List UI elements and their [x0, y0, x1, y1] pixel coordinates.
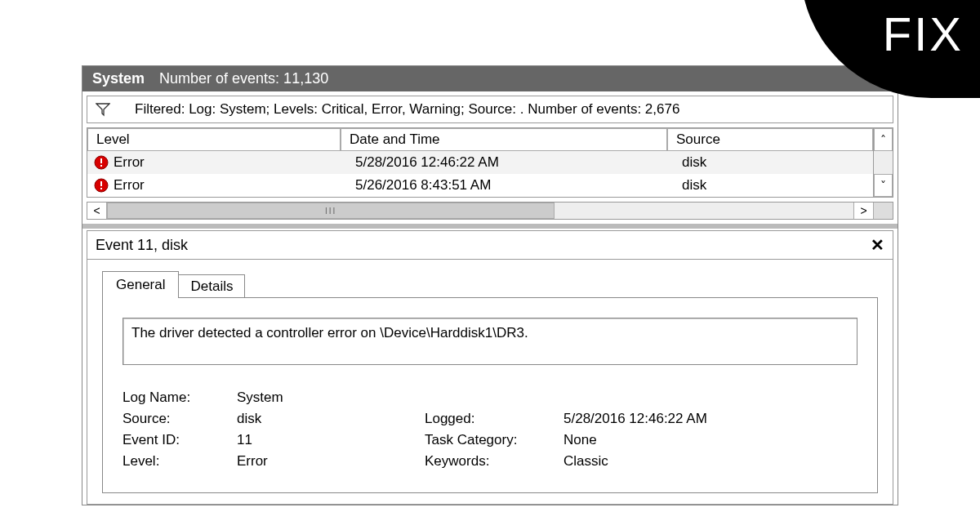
log-name-label: Log Name:: [122, 390, 237, 406]
scroll-corner: [873, 203, 893, 219]
cell-source: disk: [667, 177, 873, 194]
detail-pane: Event 11, disk ✕ General Details The dri…: [82, 224, 898, 505]
logged-value: 5/28/2016 12:46:22 AM: [564, 411, 858, 427]
level-value: Error: [237, 453, 425, 470]
detail-header: Event 11, disk ✕: [87, 230, 893, 260]
keywords-label: Keywords:: [425, 453, 564, 470]
tabs: General Details: [102, 271, 878, 298]
tab-body: The driver detected a controller error o…: [102, 297, 878, 493]
svg-rect-5: [100, 188, 102, 189]
logged-label: Logged:: [425, 411, 564, 427]
tab-details[interactable]: Details: [178, 274, 245, 298]
detail-title: Event 11, disk: [96, 237, 188, 254]
filter-bar: Filtered: Log: System; Levels: Critical,…: [87, 96, 893, 123]
error-icon: [94, 155, 109, 170]
table-row[interactable]: Error 5/26/2016 8:43:51 AM disk: [87, 174, 873, 197]
cell-datetime: 5/26/2016 8:43:51 AM: [341, 177, 667, 194]
level-label: Level:: [122, 453, 237, 470]
task-category-value: None: [564, 432, 858, 448]
titlebar: System Number of events: 11,130: [82, 66, 898, 91]
error-icon: [94, 178, 109, 193]
keywords-value: Classic: [564, 453, 858, 470]
cell-datetime: 5/28/2016 12:46:22 AM: [341, 154, 667, 171]
col-datetime[interactable]: Date and Time: [341, 128, 667, 151]
scroll-track[interactable]: [874, 151, 893, 174]
task-category-label: Task Category:: [425, 432, 564, 448]
scroll-down-button[interactable]: ˅: [874, 174, 893, 197]
svg-rect-4: [100, 181, 102, 186]
source-label: Source:: [122, 411, 237, 427]
event-viewer-window: System Number of events: 11,130 Filtered…: [82, 65, 898, 505]
col-level[interactable]: Level: [87, 128, 341, 151]
log-name-value: System: [237, 390, 425, 406]
scroll-left-button[interactable]: <: [87, 203, 107, 219]
horizontal-scrollbar[interactable]: < III >: [87, 202, 893, 220]
scroll-right-button[interactable]: >: [853, 203, 873, 219]
col-source[interactable]: Source: [667, 128, 873, 151]
scroll-track[interactable]: III: [107, 203, 853, 219]
cell-source: disk: [667, 154, 873, 171]
titlebar-system: System: [92, 70, 145, 87]
event-id-label: Event ID:: [122, 432, 237, 448]
source-value: disk: [237, 411, 425, 427]
fix-badge: FIX: [883, 7, 964, 61]
cell-level: Error: [114, 177, 145, 194]
svg-rect-2: [100, 165, 102, 167]
vertical-scrollbar[interactable]: ˄ ˅: [874, 127, 893, 198]
cell-level: Error: [114, 154, 145, 171]
filter-text: Filtered: Log: System; Levels: Critical,…: [135, 101, 679, 118]
table-row[interactable]: Error 5/28/2016 12:46:22 AM disk: [87, 151, 873, 174]
event-properties: Log Name: System Source: disk Logged: 5/…: [122, 390, 858, 470]
scroll-thumb[interactable]: III: [107, 203, 555, 219]
scroll-up-button[interactable]: ˄: [874, 128, 893, 151]
events-grid[interactable]: Level Date and Time Source Error 5/28/20…: [87, 127, 874, 198]
titlebar-count: Number of events: 11,130: [159, 70, 328, 87]
grid-header: Level Date and Time Source: [87, 128, 873, 151]
tab-general[interactable]: General: [102, 271, 179, 298]
svg-rect-1: [100, 158, 102, 163]
close-icon[interactable]: ✕: [871, 235, 884, 255]
event-message: The driver detected a controller error o…: [122, 318, 858, 365]
funnel-icon: [96, 102, 110, 117]
event-id-value: 11: [237, 432, 425, 448]
